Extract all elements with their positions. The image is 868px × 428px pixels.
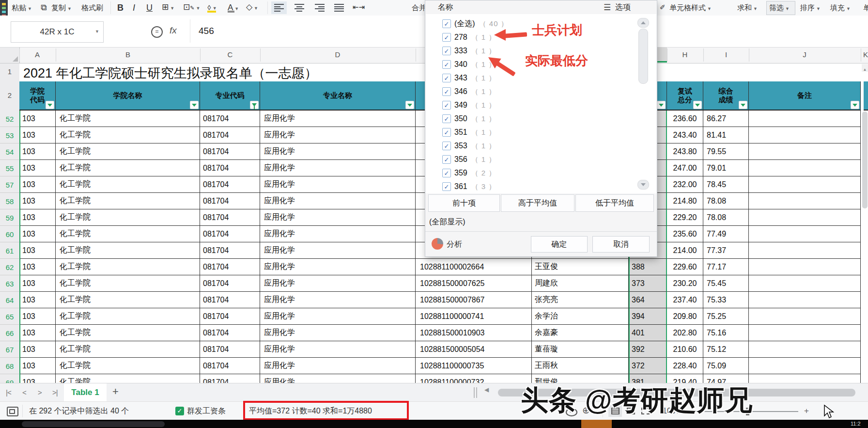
table-cell-J[interactable] (749, 226, 861, 242)
filter-item[interactable]: ✓353（ 1 ） (442, 139, 496, 153)
table-cell-B[interactable]: 化工学院 (56, 176, 200, 193)
table-cell-I[interactable]: 79.55 (703, 143, 749, 160)
table-cell-C[interactable]: 081704 (200, 193, 260, 209)
table-cell-J[interactable] (749, 176, 861, 193)
table-cell-A[interactable]: 103 (19, 242, 56, 259)
row-number[interactable]: 57 (0, 181, 19, 189)
table-cell-A[interactable]: 103 (19, 176, 56, 193)
table-cell-C[interactable]: 081704 (200, 160, 260, 176)
table-cell-C[interactable]: 081704 (200, 358, 260, 374)
table-cell-D[interactable]: 应用化学 (260, 325, 416, 341)
table-cell-D[interactable]: 应用化学 (260, 193, 416, 209)
table-cell-A[interactable]: 103 (19, 358, 56, 374)
table-cell-A[interactable]: 103 (19, 308, 56, 325)
table-cell-G[interactable]: 401 (629, 325, 667, 341)
filter-dropdown-button-H[interactable] (693, 101, 702, 109)
table-cell-I[interactable]: 86.27 (703, 111, 749, 127)
table-cell-D[interactable]: 应用化学 (260, 308, 416, 325)
table-cell-H[interactable]: 237.40 (667, 292, 703, 308)
align-center-icon[interactable] (294, 4, 304, 12)
checkbox-checked-icon[interactable]: ✓ (442, 128, 451, 137)
add-sheet-button[interactable]: + (112, 385, 119, 398)
table-cell-G[interactable]: 388 (629, 259, 667, 275)
table-cell-A[interactable]: 103 (19, 127, 56, 143)
next-sheet-icon[interactable]: > (38, 383, 42, 402)
table-cell-C[interactable]: 081704 (200, 275, 260, 292)
row-number[interactable]: 66 (0, 329, 19, 337)
table-cell-H[interactable]: 236.60 (667, 111, 703, 127)
table-cell-E[interactable]: 102881100000741 (416, 308, 532, 325)
table-cell-J[interactable] (749, 292, 861, 308)
table-cell-I[interactable]: 78.08 (703, 193, 749, 209)
align-right-icon[interactable] (315, 4, 325, 12)
table-cell-D[interactable]: 应用化学 (260, 242, 416, 259)
checkbox-checked-icon[interactable]: ✓ (442, 19, 451, 28)
table-cell-F[interactable]: 余学治 (532, 308, 629, 325)
cancel-button[interactable]: 取消 (592, 236, 650, 253)
column-letter-I[interactable]: I (725, 50, 727, 59)
filter-dropdown-button-A[interactable] (46, 101, 54, 109)
table-cell-A[interactable]: 103 (19, 193, 56, 209)
table-cell-B[interactable]: 化工学院 (56, 308, 200, 325)
table-cell-B[interactable]: 化工学院 (56, 259, 200, 275)
table-cell-H[interactable]: 209.80 (667, 308, 703, 325)
table-cell-H[interactable]: 230.20 (667, 275, 703, 292)
table-cell-J[interactable] (749, 308, 861, 325)
table-cell-H[interactable]: 228.40 (667, 358, 703, 374)
sheet-vscroll-thumb[interactable] (862, 111, 868, 208)
bold-button[interactable]: B (117, 0, 124, 16)
table-cell-C[interactable]: 081704 (200, 226, 260, 242)
table-cell-I[interactable]: 77.17 (703, 259, 749, 275)
table-cell-B[interactable]: 化工学院 (56, 292, 200, 308)
filter-item[interactable]: ✓(全选)（ 40 ） (442, 17, 509, 31)
checkbox-checked-icon[interactable]: ✓ (442, 47, 451, 55)
table-cell-D[interactable]: 应用化学 (260, 209, 416, 226)
table-cell-C[interactable]: 081704 (200, 143, 260, 160)
table-cell-C[interactable]: 081704 (200, 325, 260, 341)
italic-button[interactable]: I (133, 0, 135, 16)
checkbox-checked-icon[interactable]: ✓ (442, 101, 451, 110)
show-all-link[interactable]: (全部显示) (429, 217, 465, 227)
column-letter-K[interactable]: K (863, 50, 868, 59)
filter-item[interactable]: ✓333（ 1 ） (442, 44, 496, 58)
table-cell-F[interactable]: 董蓓璇 (532, 341, 629, 358)
table-cell-B[interactable]: 化工学院 (56, 275, 200, 292)
table-cell-C[interactable]: 081704 (200, 127, 260, 143)
table-cell-J[interactable] (749, 325, 861, 341)
top-ten-button[interactable]: 前十项 (428, 194, 500, 212)
table-cell-B[interactable]: 化工学院 (56, 160, 200, 176)
row-number[interactable]: 65 (0, 313, 19, 321)
table-cell-A[interactable]: 103 (19, 160, 56, 176)
sum-button[interactable]: 求和▼ (737, 0, 758, 16)
table-cell-C[interactable]: 081704 (200, 242, 260, 259)
filter-button[interactable]: 筛选▼ (769, 0, 790, 16)
fill-button[interactable]: 填充▼ (830, 0, 851, 16)
table-cell-B[interactable]: 化工学院 (56, 374, 200, 383)
table-cell-E[interactable]: 102881100000735 (416, 358, 532, 374)
row-number[interactable]: 62 (0, 263, 19, 271)
select-all-corner[interactable] (0, 47, 20, 63)
align-justify-icon[interactable] (334, 4, 344, 12)
row-number[interactable]: 2 (0, 91, 19, 99)
checkbox-checked-icon[interactable]: ✓ (442, 114, 451, 123)
table-cell-I[interactable]: 75.09 (703, 358, 749, 374)
table-cell-I[interactable]: 81.41 (703, 127, 749, 143)
sort-button[interactable]: 排序▼ (800, 0, 821, 16)
row-number[interactable]: 1 (0, 67, 19, 76)
table-cell-G[interactable]: 364 (629, 292, 667, 308)
row-number[interactable]: 59 (0, 214, 19, 222)
table-cell-C[interactable]: 081704 (200, 111, 260, 127)
column-letter-C[interactable]: C (228, 50, 233, 59)
table-cell-J[interactable] (749, 160, 861, 176)
checkbox-checked-icon[interactable]: ✓ (442, 155, 451, 164)
row-number[interactable]: 63 (0, 280, 19, 288)
table-cell-B[interactable]: 化工学院 (56, 193, 200, 209)
filter-dropdown-button-D[interactable] (405, 101, 414, 109)
table-cell-C[interactable]: 081704 (200, 259, 260, 275)
table-cell-I[interactable]: 75.33 (703, 292, 749, 308)
table-cell-H[interactable]: 232.00 (667, 176, 703, 193)
filter-item[interactable]: ✓350（ 1 ） (442, 112, 496, 126)
table-cell-J[interactable] (749, 341, 861, 358)
table-cell-C[interactable]: 081704 (200, 176, 260, 193)
table-cell-J[interactable] (749, 193, 861, 209)
